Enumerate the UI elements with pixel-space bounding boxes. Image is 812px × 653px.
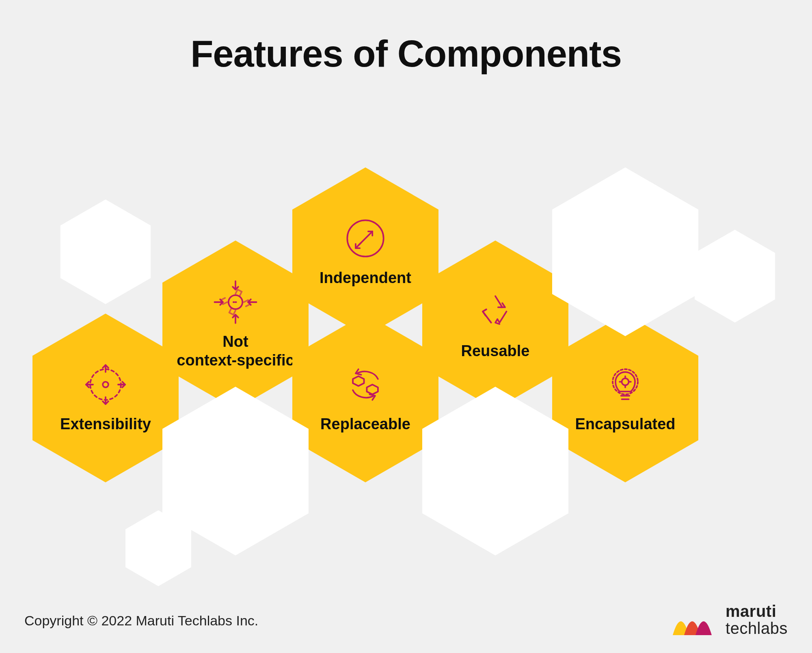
arrows-out-circle-icon <box>343 216 388 261</box>
hex-cell-ncs: Not context-specific <box>162 240 309 409</box>
svg-marker-35 <box>695 230 775 323</box>
hex-cell-ext: Extensibility <box>32 314 179 482</box>
feature-label-reu: Reusable <box>449 342 542 361</box>
hex-cell-empty <box>125 510 191 586</box>
brand-line2: techlabs <box>726 620 788 637</box>
hex-cell-empty <box>695 230 775 323</box>
copyright-text: Copyright © 2022 Maruti Techlabs Inc. <box>24 613 258 629</box>
crosshair-expand-icon <box>83 362 128 407</box>
svg-marker-31 <box>60 199 151 304</box>
hex-cell-enc: Encapsulated <box>552 314 698 482</box>
brand-line1: maruti <box>726 602 776 620</box>
gear-arrows-in-icon <box>213 280 258 324</box>
hex-cell-rep: Replaceable <box>292 314 438 482</box>
svg-marker-36 <box>125 510 191 586</box>
svg-marker-33 <box>422 387 568 556</box>
brand-block: maruti techlabs <box>669 603 788 637</box>
brand-name: maruti techlabs <box>726 603 788 637</box>
feature-label-ind: Independent <box>307 269 423 288</box>
svg-point-26 <box>622 378 628 385</box>
feature-label-ncs: Not context-specific <box>164 333 306 370</box>
svg-point-23 <box>613 369 638 394</box>
recycle-icon <box>473 289 518 334</box>
svg-point-2 <box>103 382 108 387</box>
bulb-gear-icon <box>603 362 648 407</box>
hex-cell-empty <box>60 199 151 304</box>
feature-label-enc: Encapsulated <box>563 415 687 434</box>
feature-label-rep: Replaceable <box>308 415 423 434</box>
svg-marker-34 <box>552 167 698 336</box>
feature-label-ext: Extensibility <box>48 415 163 434</box>
swap-boxes-icon <box>343 362 388 407</box>
hex-cell-empty <box>422 387 568 556</box>
hex-canvas: Extensibility Not context-specific Indep… <box>0 0 812 653</box>
svg-point-1 <box>90 369 121 400</box>
hex-cell-ind: Independent <box>292 167 438 336</box>
hex-cell-empty <box>552 167 698 336</box>
svg-line-18 <box>356 243 361 249</box>
brand-logo-icon <box>669 603 717 636</box>
hex-cell-reu: Reusable <box>422 240 568 409</box>
